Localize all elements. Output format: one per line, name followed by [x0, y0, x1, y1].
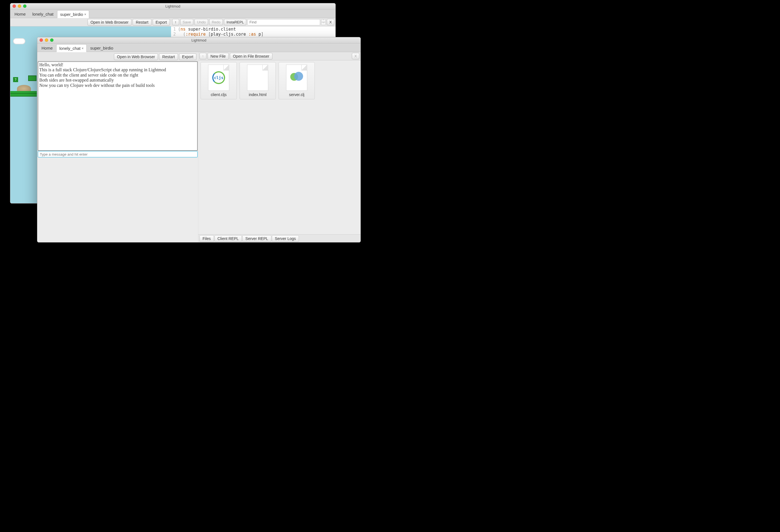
new-file-button[interactable]: New File: [207, 53, 229, 60]
save-button[interactable]: Save: [180, 19, 194, 25]
up-button[interactable]: ↑: [199, 53, 206, 59]
tab-home[interactable]: Home: [11, 10, 29, 18]
tab-label: lonely_chat: [59, 46, 81, 51]
tab-super-birdio[interactable]: super_birdio ×: [57, 10, 89, 18]
find-prev-icon[interactable]: ˄: [321, 19, 326, 22]
line-gutter: 1 2: [171, 27, 178, 37]
minimize-window-icon[interactable]: [45, 39, 48, 42]
file-browser-pane: ↑ New File Open in File Browser X cljs c…: [198, 52, 360, 242]
tab-label: lonely_chat: [32, 12, 53, 16]
bottom-tab-server-repl[interactable]: Server REPL: [242, 235, 271, 242]
tab-lonely-chat[interactable]: lonely_chat: [29, 10, 56, 18]
line-number: 1: [173, 27, 176, 32]
game-question-block: [13, 77, 18, 82]
chat-message: This is a full stack Clojure/ClojureScri…: [39, 67, 196, 72]
minimize-window-icon[interactable]: [18, 4, 21, 8]
titlebar[interactable]: Lightmod: [37, 37, 360, 43]
restart-button[interactable]: Restart: [159, 53, 178, 60]
file-label: client.cljs: [211, 93, 227, 97]
titlebar[interactable]: Lightmod: [10, 3, 335, 9]
open-in-browser-button[interactable]: Open in Web Browser: [114, 53, 158, 60]
close-window-icon[interactable]: [40, 39, 43, 42]
code-line: (ns super-birdio.client: [178, 27, 263, 32]
bottom-tabbar: Files Client REPL Server REPL Server Log…: [198, 234, 360, 242]
file-label: server.clj: [289, 93, 304, 97]
file-toolbar: ↑ New File Open in File Browser X: [198, 52, 360, 60]
find-nav: ˄ ˅: [321, 19, 326, 25]
window-lonely-chat: Lightmod Home lonely_chat × super_birdio…: [37, 37, 361, 243]
up-button[interactable]: ↑: [172, 19, 179, 25]
tab-label: super_birdio: [90, 46, 113, 50]
redo-button[interactable]: Redo: [209, 19, 223, 25]
game-ground-sprite: [10, 91, 37, 97]
app-preview-pane: Open in Web Browser Restart Export Hello…: [37, 52, 198, 242]
bottom-tab-client-repl[interactable]: Client REPL: [214, 235, 242, 242]
chat-message: Now you can try Clojure web dev without …: [39, 83, 196, 88]
cljs-icon: cljs: [212, 71, 225, 84]
chat-message: You can edit the client and server side …: [39, 73, 196, 78]
editor-toolbar: ↑ Save Undo Redo InstaREPL ˄ ˅ X: [171, 18, 335, 26]
project-tabbar: Home lonely_chat × super_birdio: [37, 43, 360, 52]
open-in-browser-button[interactable]: Open in Web Browser: [88, 19, 132, 25]
file-icon: [247, 65, 268, 91]
tab-label: Home: [42, 46, 53, 50]
file-icon: cljs: [208, 65, 229, 91]
code-line: (:require [play-cljs.core :as p]: [178, 32, 263, 37]
clj-icon: [290, 71, 303, 84]
tab-home[interactable]: Home: [39, 44, 56, 52]
project-tabbar: Home lonely_chat super_birdio ×: [10, 9, 335, 18]
file-icon: [286, 65, 307, 91]
close-editor-button[interactable]: X: [327, 19, 334, 25]
chat-message: Hello, world!: [39, 62, 196, 67]
undo-button[interactable]: Undo: [194, 19, 208, 25]
bottom-tab-files[interactable]: Files: [199, 235, 214, 242]
tab-lonely-chat[interactable]: lonely_chat ×: [56, 44, 87, 52]
export-button[interactable]: Export: [179, 53, 196, 60]
tab-label: Home: [14, 12, 26, 16]
traffic-lights: [40, 39, 53, 42]
instarepl-toggle[interactable]: InstaREPL: [224, 19, 246, 25]
close-window-icon[interactable]: [12, 4, 16, 8]
zoom-window-icon[interactable]: [23, 4, 27, 8]
file-client-cljs[interactable]: cljs client.cljs: [201, 62, 237, 99]
find-input[interactable]: [247, 19, 320, 25]
file-server-clj[interactable]: server.clj: [279, 62, 315, 99]
file-index-html[interactable]: index.html: [240, 62, 276, 99]
game-cloud-sprite: [13, 38, 26, 44]
export-button[interactable]: Export: [153, 19, 170, 25]
window-title: Lightmod: [191, 38, 206, 42]
zoom-window-icon[interactable]: [50, 39, 53, 42]
tab-label: super_birdio: [60, 12, 83, 17]
game-pipe-sprite: [28, 75, 37, 81]
open-in-file-browser-button[interactable]: Open in File Browser: [230, 53, 273, 60]
find-next-icon[interactable]: ˅: [321, 22, 326, 25]
close-tab-icon[interactable]: ×: [82, 47, 84, 50]
chat-log: Hello, world! This is a full stack Cloju…: [38, 61, 197, 151]
chat-input[interactable]: [38, 151, 197, 157]
file-label: index.html: [249, 93, 266, 97]
tab-super-birdio[interactable]: super_birdio: [87, 44, 116, 52]
traffic-lights: [12, 4, 27, 8]
chat-message: Both sides are hot-swapped automatically: [39, 78, 196, 83]
bottom-tab-server-logs[interactable]: Server Logs: [272, 235, 299, 242]
code-editor[interactable]: 1 2 (ns super-birdio.client (:require [p…: [171, 26, 335, 37]
window-title: Lightmod: [165, 4, 180, 8]
close-tab-icon[interactable]: ×: [84, 12, 86, 16]
close-panel-button[interactable]: X: [352, 53, 359, 59]
restart-button[interactable]: Restart: [133, 19, 151, 25]
file-grid: cljs client.cljs index.html server.clj: [198, 60, 360, 234]
line-number: 2: [173, 32, 176, 37]
